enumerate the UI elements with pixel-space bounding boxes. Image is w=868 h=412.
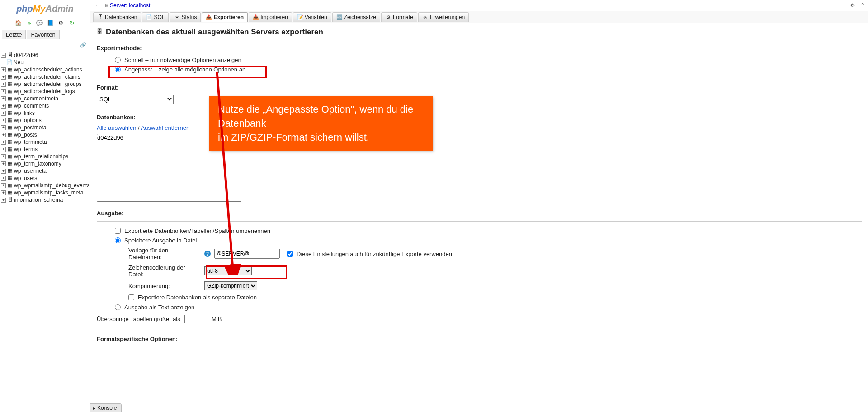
- separate-files-label[interactable]: Exportiere Datenbanken als separate Date…: [138, 294, 257, 301]
- console-toggle[interactable]: ▸ Konsole: [90, 403, 122, 412]
- table-node[interactable]: wp_posts: [14, 132, 37, 138]
- tree-expand[interactable]: +: [1, 176, 6, 181]
- sql-icon[interactable]: 💬: [36, 20, 43, 27]
- tree-expand[interactable]: +: [1, 147, 6, 152]
- collapse-icon[interactable]: ⌃: [860, 2, 865, 9]
- table-node[interactable]: wp_actionscheduler_groups: [14, 81, 81, 87]
- save-file-label[interactable]: Speichere Ausgabe in Datei: [124, 237, 197, 244]
- tab-sql[interactable]: 📄SQL: [142, 12, 169, 22]
- tab-datenbanken[interactable]: 🗄Datenbanken: [93, 12, 141, 22]
- tab-icon: 🔤: [336, 14, 343, 20]
- tab-zeichensätze[interactable]: 🔤Zeichensätze: [332, 12, 380, 22]
- table-node[interactable]: wp_users: [14, 175, 37, 181]
- radio-quick[interactable]: [115, 57, 121, 63]
- table-node[interactable]: wp_wpmailsmtp_tasks_meta: [14, 189, 83, 196]
- table-node[interactable]: wp_term_relationships: [14, 153, 68, 160]
- table-icon: ▦: [7, 189, 13, 196]
- home-icon[interactable]: 🏠: [14, 20, 22, 27]
- table-node[interactable]: wp_links: [14, 110, 35, 116]
- tab-exportieren[interactable]: 📤Exportieren: [202, 12, 248, 22]
- content: 🗄 Datenbanken des aktuell ausgewählten S…: [90, 23, 868, 412]
- compression-select[interactable]: GZip-komprimiert: [204, 281, 257, 290]
- tab-recent[interactable]: Letzte: [2, 30, 26, 39]
- tree-expand[interactable]: +: [1, 161, 6, 166]
- tab-favorites[interactable]: Favoriten: [27, 30, 59, 39]
- tab-icon: 📄: [146, 14, 152, 20]
- table-node[interactable]: wp_term_taxonomy: [14, 161, 61, 167]
- radio-custom[interactable]: [115, 66, 121, 72]
- rename-checkbox[interactable]: [115, 228, 121, 234]
- tab-erweiterungen[interactable]: ✳Erweiterungen: [418, 12, 469, 22]
- table-node[interactable]: wp_comments: [14, 103, 49, 109]
- table-node[interactable]: wp_termmeta: [14, 139, 47, 145]
- server-link[interactable]: Server: localhost: [110, 2, 150, 9]
- docs-icon[interactable]: 📘: [47, 20, 54, 27]
- format-label: Format:: [97, 84, 862, 91]
- new-link[interactable]: Neu: [14, 59, 24, 66]
- output-label: Ausgabe:: [97, 210, 862, 217]
- tree-expand[interactable]: +: [1, 111, 6, 116]
- tab-status[interactable]: ✶Status: [170, 12, 201, 22]
- table-icon: ▦: [7, 153, 13, 160]
- tree-expand[interactable]: +: [1, 118, 6, 123]
- table-node[interactable]: wp_terms: [14, 146, 38, 152]
- exit-icon[interactable]: ⎆: [25, 20, 33, 27]
- table-node[interactable]: wp_actionscheduler_claims: [14, 74, 80, 80]
- template-input[interactable]: [214, 249, 280, 259]
- quick-label[interactable]: Schnell – nur notwendige Optionen anzeig…: [124, 57, 241, 63]
- encoding-select[interactable]: utf-8: [204, 266, 252, 275]
- rename-label[interactable]: Exportierte Datenbanken/Tabellen/Spalten…: [124, 227, 270, 234]
- tree-expand[interactable]: +: [1, 89, 6, 94]
- db-icon: 🗄: [7, 52, 13, 58]
- future-label[interactable]: Diese Einstellungen auch für zukünftige …: [297, 251, 452, 257]
- tree-expand[interactable]: +: [1, 183, 6, 188]
- db-node[interactable]: d0422d96: [14, 52, 38, 58]
- nav-back-button[interactable]: ←: [94, 2, 101, 9]
- db-tree: − 🗄 d0422d96 📄 Neu +▦wp_actionscheduler_…: [0, 50, 90, 412]
- table-node[interactable]: wp_actionscheduler_actions: [14, 66, 82, 73]
- tab-formate[interactable]: ⚙Formate: [381, 12, 417, 22]
- table-node[interactable]: wp_wpmailsmtp_debug_events: [14, 182, 89, 189]
- custom-label[interactable]: Angepasst – zeige alle möglichen Optione…: [124, 66, 245, 73]
- select-all-link[interactable]: Alle auswählen: [97, 124, 136, 131]
- tree-expand[interactable]: +: [1, 67, 6, 72]
- tab-variablen[interactable]: 📝Variablen: [293, 12, 331, 22]
- separate-files-checkbox[interactable]: [128, 294, 134, 300]
- tree-expand[interactable]: +: [1, 140, 6, 145]
- link-icon[interactable]: 🔗: [0, 40, 90, 50]
- deselect-all-link[interactable]: Auswahl entfernen: [141, 124, 190, 131]
- tree-expand[interactable]: +: [1, 104, 6, 109]
- tree-expand[interactable]: +: [1, 133, 6, 137]
- tree-expand[interactable]: +: [1, 169, 6, 174]
- settings-icon[interactable]: ⚙: [57, 20, 65, 27]
- popout-icon[interactable]: ⛭: [850, 2, 856, 9]
- table-node[interactable]: wp_options: [14, 117, 42, 123]
- table-icon: ▦: [7, 132, 13, 138]
- table-node[interactable]: wp_actionscheduler_logs: [14, 88, 75, 95]
- table-node[interactable]: wp_commentmeta: [14, 95, 58, 102]
- output-text-label[interactable]: Ausgabe als Text anzeigen: [124, 304, 194, 311]
- format-select[interactable]: SQL: [97, 95, 174, 104]
- radio-output-text[interactable]: [115, 304, 121, 310]
- skip-input[interactable]: [184, 315, 207, 323]
- tree-expand[interactable]: +: [1, 190, 6, 195]
- tree-expand[interactable]: +: [1, 96, 6, 101]
- reload-icon[interactable]: ↻: [68, 20, 75, 27]
- other-db-node[interactable]: information_schema: [14, 197, 63, 203]
- tree-collapse-root[interactable]: −: [1, 53, 6, 58]
- future-checkbox[interactable]: [287, 251, 293, 257]
- tree-expand[interactable]: +: [1, 75, 6, 80]
- table-node[interactable]: wp_usermeta: [14, 168, 47, 174]
- table-node[interactable]: wp_postmeta: [14, 124, 46, 131]
- table-icon: ▦: [7, 74, 13, 80]
- tree-expand[interactable]: +: [1, 154, 6, 159]
- tab-importieren[interactable]: 📥Importieren: [249, 12, 292, 22]
- tree-expand[interactable]: +: [1, 125, 6, 130]
- tree-expand-other[interactable]: +: [1, 198, 6, 203]
- logo[interactable]: phpMyAdmin: [0, 0, 90, 18]
- server-bar: ← 🖥 Server: localhost: [90, 0, 868, 11]
- skip-label-pre: Überspringe Tabellen größer als: [97, 316, 180, 322]
- tree-expand[interactable]: +: [1, 82, 6, 87]
- radio-save-file[interactable]: [115, 237, 121, 243]
- help-icon[interactable]: ?: [204, 251, 211, 257]
